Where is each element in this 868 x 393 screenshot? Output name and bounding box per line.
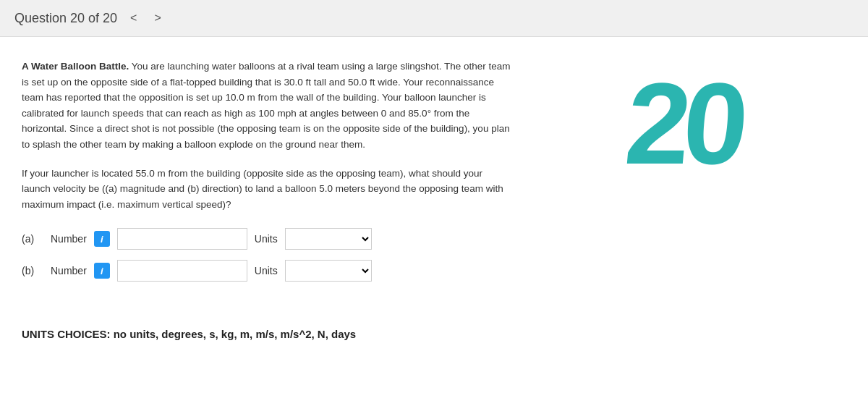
decoration-area: 20 — [514, 59, 854, 292]
units-choices: UNITS CHOICES: no units, degrees, s, kg,… — [0, 306, 868, 355]
part-a-label: (a) — [22, 233, 43, 245]
part-a-info-button[interactable]: i — [94, 231, 110, 247]
prev-arrow-button[interactable]: < — [126, 10, 141, 26]
answer-row-b: (b) Number i Units no unitsdegreesskgmm/… — [22, 260, 514, 282]
part-b-label: (b) — [22, 265, 43, 276]
part-a-number-input[interactable] — [117, 228, 247, 250]
main-content: A Water Balloon Battle. You are launchin… — [0, 37, 868, 306]
part-b-number-label: Number — [51, 265, 87, 276]
part-b-units-label: Units — [255, 265, 278, 276]
top-bar: Question 20 of 20 < > — [0, 0, 868, 37]
part-a-units-select[interactable]: no unitsdegreesskgmm/sm/s^2Ndays — [285, 228, 372, 250]
units-choices-label: UNITS CHOICES: no units, degrees, s, kg,… — [22, 328, 356, 340]
answer-row-a: (a) Number i Units no unitsdegreesskgmm/… — [22, 228, 514, 250]
question-body1: You are launching water balloons at a ri… — [22, 61, 511, 150]
question-title: A Water Balloon Battle. — [22, 61, 129, 72]
question-label: Question 20 of 20 — [14, 11, 117, 26]
part-a-number-label: Number — [51, 233, 87, 245]
next-arrow-button[interactable]: > — [150, 10, 165, 26]
question-body: A Water Balloon Battle. You are launchin… — [22, 59, 514, 153]
sub-question: If your launcher is located 55.0 m from … — [22, 166, 514, 213]
part-b-units-select[interactable]: no unitsdegreesskgmm/sm/s^2Ndays — [285, 260, 372, 282]
part-b-number-input[interactable] — [117, 260, 247, 282]
decoration-number: 20 — [621, 66, 746, 182]
part-a-units-label: Units — [255, 233, 278, 245]
question-area: A Water Balloon Battle. You are launchin… — [22, 59, 514, 292]
part-b-info-button[interactable]: i — [94, 263, 110, 279]
